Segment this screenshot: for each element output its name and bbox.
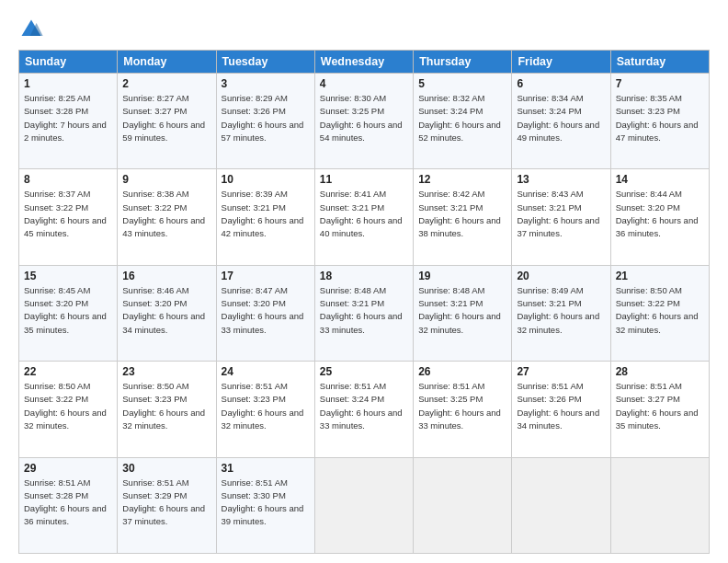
calendar-cell: 10Sunrise: 8:39 AMSunset: 3:21 PMDayligh… xyxy=(216,169,314,265)
day-number: 20 xyxy=(517,270,605,282)
day-number: 7 xyxy=(616,77,704,90)
day-number: 16 xyxy=(122,270,210,282)
day-number: 18 xyxy=(320,270,408,282)
calendar-cell: 4Sunrise: 8:30 AMSunset: 3:25 PMDaylight… xyxy=(314,74,413,169)
day-info: Sunrise: 8:42 AMSunset: 3:21 PMDaylight:… xyxy=(418,188,506,240)
logo xyxy=(18,17,48,42)
day-number: 12 xyxy=(418,173,506,186)
day-info: Sunrise: 8:48 AMSunset: 3:21 PMDaylight:… xyxy=(418,284,506,337)
day-number: 26 xyxy=(418,365,506,378)
day-number: 13 xyxy=(517,173,605,186)
day-info: Sunrise: 8:25 AMSunset: 3:28 PMDaylight:… xyxy=(24,92,112,144)
day-number: 23 xyxy=(122,365,210,378)
day-number: 31 xyxy=(222,462,310,475)
calendar-cell: 12Sunrise: 8:42 AMSunset: 3:21 PMDayligh… xyxy=(414,169,512,265)
calendar-cell: 16Sunrise: 8:46 AMSunset: 3:20 PMDayligh… xyxy=(118,265,216,361)
day-info: Sunrise: 8:46 AMSunset: 3:20 PMDaylight:… xyxy=(122,284,210,337)
day-number: 24 xyxy=(222,365,310,378)
calendar-cell: 3Sunrise: 8:29 AMSunset: 3:26 PMDaylight… xyxy=(216,74,314,169)
day-number: 8 xyxy=(24,173,112,186)
day-number: 14 xyxy=(616,173,704,186)
day-info: Sunrise: 8:51 AMSunset: 3:28 PMDaylight:… xyxy=(24,477,112,529)
day-number: 29 xyxy=(24,462,112,475)
day-number: 19 xyxy=(418,270,506,282)
day-info: Sunrise: 8:43 AMSunset: 3:21 PMDaylight:… xyxy=(517,188,605,240)
day-info: Sunrise: 8:50 AMSunset: 3:22 PMDaylight:… xyxy=(24,380,112,432)
day-header-saturday: Saturday xyxy=(610,51,709,74)
day-number: 1 xyxy=(24,77,112,90)
calendar-cell: 25Sunrise: 8:51 AMSunset: 3:24 PMDayligh… xyxy=(314,362,413,457)
calendar-cell: 23Sunrise: 8:50 AMSunset: 3:23 PMDayligh… xyxy=(118,362,216,457)
day-info: Sunrise: 8:51 AMSunset: 3:24 PMDaylight:… xyxy=(320,380,408,432)
calendar-cell: 17Sunrise: 8:47 AMSunset: 3:20 PMDayligh… xyxy=(216,265,314,361)
calendar-cell: 5Sunrise: 8:32 AMSunset: 3:24 PMDaylight… xyxy=(414,74,512,169)
logo-icon xyxy=(18,17,44,42)
day-info: Sunrise: 8:51 AMSunset: 3:26 PMDaylight:… xyxy=(517,380,605,432)
calendar-cell: 6Sunrise: 8:34 AMSunset: 3:24 PMDaylight… xyxy=(512,74,610,169)
day-info: Sunrise: 8:48 AMSunset: 3:21 PMDaylight:… xyxy=(320,284,408,337)
day-number: 10 xyxy=(222,173,310,186)
day-number: 2 xyxy=(122,77,210,90)
day-info: Sunrise: 8:51 AMSunset: 3:27 PMDaylight:… xyxy=(616,380,704,432)
day-number: 25 xyxy=(320,365,408,378)
calendar-cell: 1Sunrise: 8:25 AMSunset: 3:28 PMDaylight… xyxy=(19,74,118,169)
calendar-cell: 26Sunrise: 8:51 AMSunset: 3:25 PMDayligh… xyxy=(414,362,512,457)
calendar-cell xyxy=(314,457,413,553)
day-header-monday: Monday xyxy=(118,51,216,74)
calendar-cell: 15Sunrise: 8:45 AMSunset: 3:20 PMDayligh… xyxy=(19,265,118,361)
day-info: Sunrise: 8:38 AMSunset: 3:22 PMDaylight:… xyxy=(122,188,210,240)
day-number: 28 xyxy=(616,365,704,378)
day-number: 9 xyxy=(122,173,210,186)
day-info: Sunrise: 8:32 AMSunset: 3:24 PMDaylight:… xyxy=(418,92,506,144)
day-number: 4 xyxy=(320,77,408,90)
day-info: Sunrise: 8:34 AMSunset: 3:24 PMDaylight:… xyxy=(517,92,605,144)
day-info: Sunrise: 8:41 AMSunset: 3:21 PMDaylight:… xyxy=(320,188,408,240)
calendar-cell: 11Sunrise: 8:41 AMSunset: 3:21 PMDayligh… xyxy=(314,169,413,265)
day-info: Sunrise: 8:51 AMSunset: 3:23 PMDaylight:… xyxy=(222,380,310,432)
calendar-cell: 30Sunrise: 8:51 AMSunset: 3:29 PMDayligh… xyxy=(118,457,216,553)
calendar-week-4: 22Sunrise: 8:50 AMSunset: 3:22 PMDayligh… xyxy=(19,362,710,457)
day-number: 15 xyxy=(24,270,112,282)
calendar-cell: 14Sunrise: 8:44 AMSunset: 3:20 PMDayligh… xyxy=(610,169,709,265)
calendar-cell: 8Sunrise: 8:37 AMSunset: 3:22 PMDaylight… xyxy=(19,169,118,265)
calendar-week-5: 29Sunrise: 8:51 AMSunset: 3:28 PMDayligh… xyxy=(19,457,710,553)
calendar-cell xyxy=(414,457,512,553)
calendar-week-2: 8Sunrise: 8:37 AMSunset: 3:22 PMDaylight… xyxy=(19,169,710,265)
day-info: Sunrise: 8:44 AMSunset: 3:20 PMDaylight:… xyxy=(616,188,704,240)
day-info: Sunrise: 8:35 AMSunset: 3:23 PMDaylight:… xyxy=(616,92,704,144)
day-header-wednesday: Wednesday xyxy=(314,51,413,74)
day-header-tuesday: Tuesday xyxy=(216,51,314,74)
calendar-header: SundayMondayTuesdayWednesdayThursdayFrid… xyxy=(19,51,710,74)
calendar-week-1: 1Sunrise: 8:25 AMSunset: 3:28 PMDaylight… xyxy=(19,74,710,169)
calendar-cell: 7Sunrise: 8:35 AMSunset: 3:23 PMDaylight… xyxy=(610,74,709,169)
day-info: Sunrise: 8:39 AMSunset: 3:21 PMDaylight:… xyxy=(222,188,310,240)
calendar-cell: 29Sunrise: 8:51 AMSunset: 3:28 PMDayligh… xyxy=(19,457,118,553)
calendar-cell: 31Sunrise: 8:51 AMSunset: 3:30 PMDayligh… xyxy=(216,457,314,553)
calendar-table: SundayMondayTuesdayWednesdayThursdayFrid… xyxy=(18,50,710,554)
day-number: 17 xyxy=(222,270,310,282)
calendar-cell: 24Sunrise: 8:51 AMSunset: 3:23 PMDayligh… xyxy=(216,362,314,457)
day-info: Sunrise: 8:27 AMSunset: 3:27 PMDaylight:… xyxy=(122,92,210,144)
calendar-cell xyxy=(512,457,610,553)
calendar-body: 1Sunrise: 8:25 AMSunset: 3:28 PMDaylight… xyxy=(19,74,710,554)
page: SundayMondayTuesdayWednesdayThursdayFrid… xyxy=(0,0,728,563)
day-number: 6 xyxy=(517,77,605,90)
day-number: 21 xyxy=(616,270,704,282)
day-header-friday: Friday xyxy=(512,51,610,74)
day-info: Sunrise: 8:49 AMSunset: 3:21 PMDaylight:… xyxy=(517,284,605,337)
calendar-cell: 22Sunrise: 8:50 AMSunset: 3:22 PMDayligh… xyxy=(19,362,118,457)
day-info: Sunrise: 8:51 AMSunset: 3:29 PMDaylight:… xyxy=(122,477,210,529)
day-info: Sunrise: 8:30 AMSunset: 3:25 PMDaylight:… xyxy=(320,92,408,144)
calendar-cell: 21Sunrise: 8:50 AMSunset: 3:22 PMDayligh… xyxy=(610,265,709,361)
header-row: SundayMondayTuesdayWednesdayThursdayFrid… xyxy=(19,51,710,74)
day-info: Sunrise: 8:47 AMSunset: 3:20 PMDaylight:… xyxy=(222,284,310,337)
day-number: 11 xyxy=(320,173,408,186)
calendar-cell: 18Sunrise: 8:48 AMSunset: 3:21 PMDayligh… xyxy=(314,265,413,361)
calendar-cell: 2Sunrise: 8:27 AMSunset: 3:27 PMDaylight… xyxy=(118,74,216,169)
day-number: 5 xyxy=(418,77,506,90)
calendar-cell: 19Sunrise: 8:48 AMSunset: 3:21 PMDayligh… xyxy=(414,265,512,361)
day-info: Sunrise: 8:37 AMSunset: 3:22 PMDaylight:… xyxy=(24,188,112,240)
day-header-sunday: Sunday xyxy=(19,51,118,74)
calendar-cell: 28Sunrise: 8:51 AMSunset: 3:27 PMDayligh… xyxy=(610,362,709,457)
calendar-week-3: 15Sunrise: 8:45 AMSunset: 3:20 PMDayligh… xyxy=(19,265,710,361)
